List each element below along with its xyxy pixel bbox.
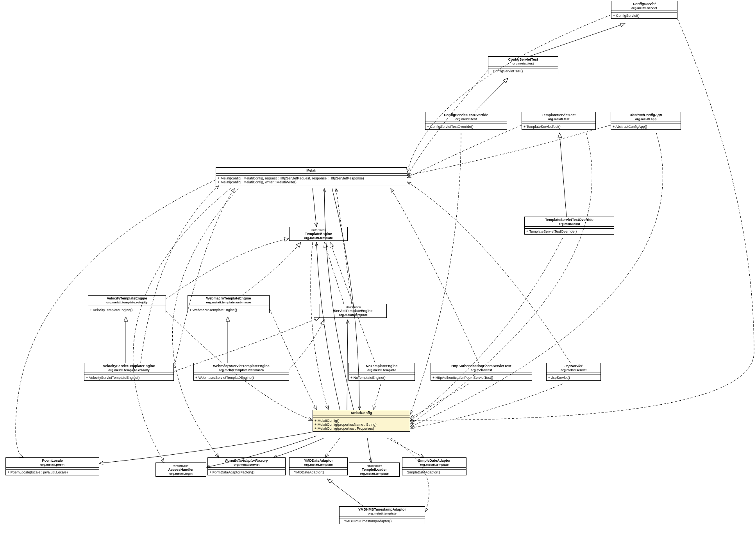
class-TemplateServletTest: TemplateServletTestorg.melati.test + Tem… [522,112,596,130]
class-VelocityTemplateEngine: VelocityTemplateEngineorg.melati.templat… [88,295,166,313]
class-JspServlet: JspServletorg.melati.servlet + JspServle… [546,363,601,381]
class-WebmacroServletTemplateEngine: WebmacroServletTemplateEngineorg.melati.… [193,363,289,381]
class-ServletTemplateEngine: «interface»ServletTemplateEngineorg.mela… [320,304,387,318]
class-ConfigServletTestOverride: ConfigServletTestOverrideorg.melati.test… [425,112,507,130]
class-ConfigServlet: ConfigServletorg.melati.servlet + Config… [611,1,677,19]
class-AccessHandler: «interface»AccessHandlerorg.melati.login [155,463,206,477]
class-YMDDateAdaptor: YMDDateAdaptororg.melati.template + YMDD… [289,457,348,475]
class-SimpleDateAdaptor: SimpleDateAdaptororg.melati.template + S… [402,457,466,475]
class-WebmacroTemplateEngine: WebmacroTemplateEngineorg.melati.templat… [188,295,270,313]
class-MelatiConfig: MelatiConfig + MelatiConfig() + MelatiCo… [313,410,410,432]
class-TemplateServletTestOverride: TemplateServletTestOverrideorg.melati.te… [524,217,614,235]
class-FormDataAdaptorFactory: FormDataAdaptorFactoryorg.melati.servlet… [207,457,286,475]
uml-diagram: ConfigServletorg.melati.servlet + Config… [0,0,756,536]
class-TemplateEngine: «interface»TemplateEngineorg.melati.temp… [289,227,348,241]
class-ConfigServletTest: ConfigServletTestorg.melati.test + Confi… [488,56,558,74]
class-YMDHMSTimestampAdaptor: YMDHMSTimestampAdaptororg.melati.templat… [339,506,425,524]
class-Melati: Melati + Melati(config : MelatiConfig, r… [216,167,407,185]
class-HttpAuthenticationPoemServletTest: HttpAuthenticationPoemServletTestorg.mel… [431,363,532,381]
class-AbstractConfigApp: AbstractConfigApporg.melati.app + Abstra… [611,112,681,130]
class-TempletLoader: «interface»TempletLoaderorg.melati.templ… [349,463,400,477]
class-PoemLocale: PoemLocaleorg.melati.poem + PoemLocale(l… [5,457,99,475]
class-NoTemplateEngine: NoTemplateEngineorg.melati.template + No… [349,363,415,381]
connectors [0,0,756,536]
class-VelocityServletTemplateEngine: VelocityServletTemplateEngineorg.melati.… [84,363,174,381]
